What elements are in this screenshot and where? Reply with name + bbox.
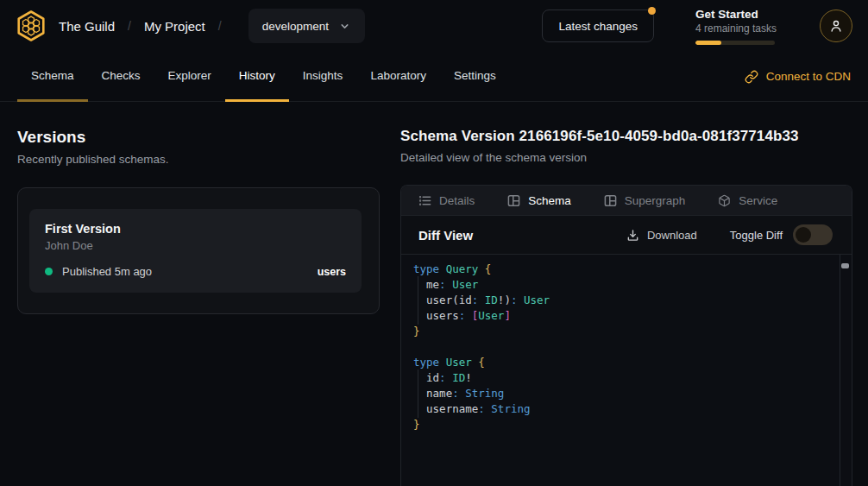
person-icon: [828, 18, 844, 34]
version-detail-subtitle: Detailed view of the schema version: [400, 151, 852, 164]
versions-subtitle: Recently published schemas.: [17, 153, 380, 166]
chevron-down-icon: [339, 21, 350, 32]
main-content: Versions Recently published schemas. Fir…: [0, 102, 868, 486]
code-line: username: String: [413, 401, 829, 417]
tab-schema[interactable]: Schema: [507, 194, 571, 207]
tab-schema-label: Schema: [528, 194, 571, 207]
diff-view-header: Diff View Download Toggle Diff: [401, 216, 852, 255]
schema-code-viewer[interactable]: type Query { me: User user(id: ID!): Use…: [401, 255, 852, 486]
notification-dot: [648, 7, 656, 15]
link-icon: [745, 70, 758, 84]
nav-tab-checks[interactable]: Checks: [88, 52, 154, 102]
tab-details[interactable]: Details: [418, 194, 475, 207]
download-icon: [626, 229, 639, 242]
get-started-progress-track: [695, 41, 775, 45]
service-badge: users: [318, 266, 346, 278]
version-detail-title: Schema Version 2166196f-5e10-4059-bd0a-0…: [400, 128, 852, 145]
target-selector-value: development: [262, 20, 329, 33]
code-line: user(id: ID!): User: [413, 293, 829, 308]
version-name: First Version: [45, 222, 346, 236]
version-author: John Doe: [45, 239, 346, 252]
latest-changes-button[interactable]: Latest changes: [542, 9, 654, 42]
code-line: me: User: [413, 277, 829, 293]
toggle-diff-label: Toggle Diff: [730, 229, 783, 242]
indent-guide: [418, 385, 418, 402]
breadcrumb-org[interactable]: The Guild: [59, 19, 115, 34]
indent-guide: [418, 401, 418, 418]
code-scrollbar-thumb[interactable]: [841, 263, 849, 268]
code-line: id: ID!: [413, 370, 829, 386]
latest-changes-label: Latest changes: [558, 20, 638, 33]
nav-tab-history[interactable]: History: [225, 52, 289, 102]
code-gutter-divider: [840, 255, 840, 486]
layout-icon: [604, 194, 617, 207]
diff-toggle-knob: [796, 227, 811, 243]
get-started-widget[interactable]: Get Started 4 remaining tasks: [695, 8, 775, 45]
target-selector[interactable]: development: [248, 9, 365, 43]
tab-supergraph[interactable]: Supergraph: [604, 194, 686, 207]
cube-icon: [718, 194, 731, 207]
indent-guide: [418, 276, 418, 293]
breadcrumb-project[interactable]: My Project: [144, 19, 205, 34]
layout-icon: [507, 194, 520, 207]
code-line: }: [413, 417, 829, 432]
tab-service[interactable]: Service: [718, 194, 777, 207]
nav-spacer: [510, 52, 743, 101]
app-header: The Guild / My Project / development Lat…: [0, 0, 868, 52]
code-content: type Query { me: User user(id: ID!): Use…: [413, 262, 829, 432]
get-started-subtitle: 4 remaining tasks: [695, 22, 775, 35]
nav-tab-settings[interactable]: Settings: [440, 52, 510, 102]
download-label: Download: [647, 229, 697, 242]
get-started-title: Get Started: [695, 8, 775, 21]
nav-tab-insights[interactable]: Insights: [289, 52, 357, 102]
versions-panel: Versions Recently published schemas. Fir…: [17, 102, 380, 486]
published-status-dot: [45, 268, 53, 275]
code-line: type User {: [413, 355, 829, 370]
version-detail-card: Details Schema Sup: [400, 185, 852, 486]
connect-to-cdn-button[interactable]: Connect to CDN: [743, 52, 852, 101]
version-status: Published 5m ago: [62, 265, 152, 278]
versions-title: Versions: [17, 128, 380, 147]
nav-tab-explorer[interactable]: Explorer: [154, 52, 225, 102]
code-line: }: [413, 324, 829, 339]
tab-details-label: Details: [439, 194, 475, 207]
get-started-progress-fill: [695, 41, 721, 45]
breadcrumb-separator: /: [218, 19, 222, 33]
guild-logo-icon[interactable]: [14, 9, 48, 43]
versions-list-card: First Version John Doe Published 5m ago …: [17, 187, 380, 314]
diff-view-title: Diff View: [418, 228, 473, 243]
list-icon: [418, 194, 431, 207]
nav-tab-laboratory[interactable]: Laboratory: [356, 52, 440, 102]
breadcrumb-separator: /: [128, 19, 131, 33]
detail-tab-strip: Details Schema Sup: [401, 186, 852, 216]
version-detail-panel: Schema Version 2166196f-5e10-4059-bd0a-0…: [400, 102, 852, 486]
nav-tab-schema[interactable]: Schema: [17, 52, 88, 102]
version-status-row: Published 5m ago users: [45, 265, 346, 278]
code-line: name: String: [413, 386, 829, 401]
indent-guide: [418, 292, 418, 309]
indent-guide: [418, 369, 418, 387]
version-list-item[interactable]: First Version John Doe Published 5m ago …: [29, 209, 362, 293]
code-line: [413, 339, 829, 355]
target-nav: Schema Checks Explorer History Insights …: [0, 52, 868, 102]
tab-service-label: Service: [739, 194, 777, 207]
indent-guide: [418, 307, 418, 325]
user-avatar[interactable]: [820, 9, 852, 42]
download-button[interactable]: Download: [626, 229, 697, 242]
code-line: type Query {: [413, 262, 829, 277]
code-line: users: [User]: [413, 308, 829, 324]
diff-toggle[interactable]: [793, 224, 833, 245]
tab-supergraph-label: Supergraph: [625, 194, 686, 207]
connect-to-cdn-label: Connect to CDN: [766, 70, 851, 83]
